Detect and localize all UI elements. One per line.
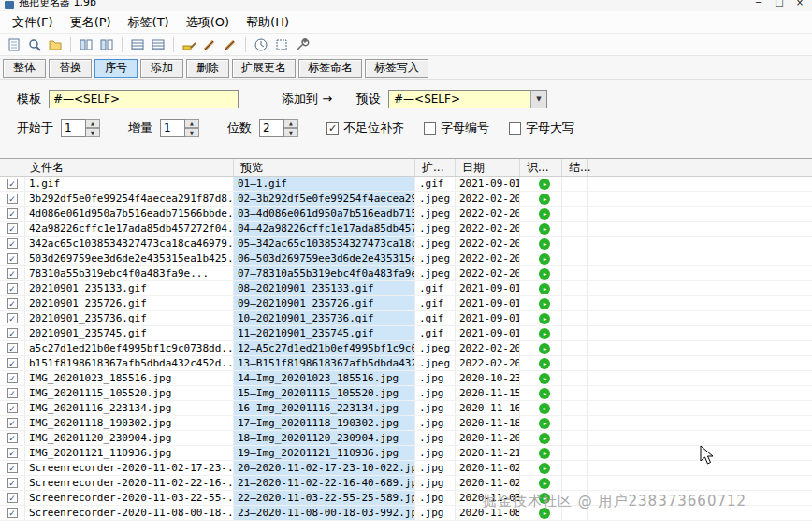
file-ext: .jpg xyxy=(415,491,456,505)
tab-添加[interactable]: 添加 xyxy=(140,59,183,78)
tools-icon[interactable] xyxy=(292,36,312,54)
table-row[interactable]: ✓4d086e061d950a7b516eadb71566bbde...03—4… xyxy=(0,207,812,222)
table-row[interactable]: ✓IMG_20201120_230904.jpg18—Img_20201120_… xyxy=(0,431,812,446)
tab-标签写入[interactable]: 标签写入 xyxy=(365,59,428,78)
row-checkbox[interactable]: ✓ xyxy=(7,388,18,398)
table-row[interactable]: ✓b151f8198618367afb5dbda432c452d...13—B1… xyxy=(0,356,812,371)
table-row[interactable]: ✓42a98226cffc1e17ada85db457272f04...04—4… xyxy=(0,222,812,237)
table-row[interactable]: ✓20210901_235726.gif09—20210901_235726.g… xyxy=(0,296,812,311)
checkbox-icon[interactable] xyxy=(509,122,521,135)
menu-item-2[interactable]: 标签(T) xyxy=(120,11,178,34)
ready-play-icon: ▶ xyxy=(539,253,550,265)
table-row[interactable]: ✓a5c27d1ed21b0ef4995bf1c9c0738dd...12—A5… xyxy=(0,341,812,356)
notepad-icon[interactable] xyxy=(4,36,24,54)
row-checkbox[interactable]: ✓ xyxy=(7,358,18,368)
tab-替换[interactable]: 替换 xyxy=(49,59,92,78)
row-checkbox[interactable]: ✓ xyxy=(7,194,18,204)
spinner-input-2[interactable] xyxy=(259,119,284,137)
table-row[interactable]: ✓IMG_20201023_185516.jpg14—Img_20201023_… xyxy=(0,371,812,386)
spinner-up-icon[interactable]: ▲ xyxy=(284,119,298,128)
folder-icon[interactable] xyxy=(45,36,65,54)
chevron-down-icon[interactable]: ▼ xyxy=(530,91,546,108)
row-checkbox[interactable]: ✓ xyxy=(7,179,18,189)
checkbox-option-0[interactable]: ✓不足位补齐 xyxy=(326,120,404,136)
table-row[interactable]: ✓1.gif01—1.gif.gif2021-09-01▶ xyxy=(0,177,812,192)
row-checkbox[interactable]: ✓ xyxy=(7,493,18,503)
column-header-2[interactable]: 扩... xyxy=(415,159,456,176)
checkbox-option-2[interactable]: 字母大写 xyxy=(509,120,574,136)
maximize-button[interactable]: □ xyxy=(769,0,790,9)
row-checkbox[interactable]: ✓ xyxy=(7,403,18,413)
tab-整体[interactable]: 整体 xyxy=(3,59,46,78)
row-checkbox[interactable]: ✓ xyxy=(7,283,18,294)
search-icon[interactable] xyxy=(24,36,45,54)
table-row[interactable]: ✓20210901_235745.gif11—20210901_235745.g… xyxy=(0,326,812,341)
table-row[interactable]: ✓IMG_20201118_190302.jpg17—Img_20201118_… xyxy=(0,416,812,431)
preset-dropdown[interactable]: #—<SELF> ▼ xyxy=(388,90,547,108)
row-checkbox[interactable]: ✓ xyxy=(7,433,18,443)
tab-序号[interactable]: 序号 xyxy=(94,59,138,78)
history-icon[interactable] xyxy=(251,36,271,54)
row-checkbox[interactable]: ✓ xyxy=(7,298,18,309)
list-view-icon[interactable] xyxy=(127,36,148,54)
spinner-up-icon[interactable]: ▲ xyxy=(185,119,199,128)
spinner-down-icon[interactable]: ▼ xyxy=(185,128,199,137)
add-to-button[interactable]: 添加到 → xyxy=(282,91,332,108)
row-checkbox[interactable]: ✓ xyxy=(7,448,18,458)
row-checkbox[interactable]: ✓ xyxy=(7,208,18,219)
menu-item-1[interactable]: 更名(P) xyxy=(62,11,120,34)
checkbox-icon[interactable] xyxy=(424,122,436,135)
column-header-3[interactable]: 日期 xyxy=(456,159,520,176)
tab-删除[interactable]: 删除 xyxy=(186,59,229,78)
table-row[interactable]: ✓342ac65c1038534327473ca18ca46979...05—3… xyxy=(0,237,812,251)
checkbox-option-1[interactable]: 字母编号 xyxy=(424,120,489,136)
dual-pane-alt-icon[interactable] xyxy=(96,36,117,54)
table-row[interactable]: ✓20210901_235133.gif08—20210901_235133.g… xyxy=(0,281,812,296)
table-row[interactable]: ✓3b292df5e0fe99254f4aecea291f87d8...02—3… xyxy=(0,192,812,207)
table-row[interactable]: ✓20210901_235736.gif10—20210901_235736.g… xyxy=(0,311,812,326)
tab-扩展更名[interactable]: 扩展更名 xyxy=(232,59,296,78)
table-row[interactable]: ✓Screenrecorder-2020-11-02-17-23-...20—2… xyxy=(0,461,812,476)
column-header-4[interactable]: 识... xyxy=(520,159,562,176)
row-checkbox[interactable]: ✓ xyxy=(7,478,18,488)
minimize-button[interactable]: ─ xyxy=(748,0,769,9)
detail-view-icon[interactable] xyxy=(148,36,168,54)
row-checkbox[interactable]: ✓ xyxy=(7,268,18,279)
row-checkbox[interactable]: ✓ xyxy=(7,508,18,518)
row-checkbox[interactable]: ✓ xyxy=(7,373,18,383)
table-row[interactable]: ✓Screenrecorder-2020-11-02-22-16-...21—2… xyxy=(0,476,812,491)
close-button[interactable]: × xyxy=(790,0,810,9)
menu-item-0[interactable]: 文件(F) xyxy=(4,11,62,34)
column-header-5[interactable]: 结... xyxy=(562,159,588,176)
row-checkbox[interactable]: ✓ xyxy=(7,418,18,428)
row-checkbox[interactable]: ✓ xyxy=(7,313,18,323)
spinner-down-icon[interactable]: ▼ xyxy=(86,128,100,137)
spinner-input-1[interactable] xyxy=(160,119,185,137)
table-row[interactable]: ✓IMG_20201121_110936.jpg19—Img_20201121_… xyxy=(0,446,812,461)
row-checkbox[interactable]: ✓ xyxy=(7,343,18,353)
menu-item-3[interactable]: 选项(O) xyxy=(178,11,238,34)
table-row[interactable]: ✓78310a55b319ebc4f0a483fa9e...07—78310a5… xyxy=(0,266,812,281)
menu-item-4[interactable]: 帮助(H) xyxy=(238,11,297,34)
dual-pane-icon[interactable] xyxy=(76,36,96,54)
spinner-down-icon[interactable]: ▼ xyxy=(284,128,298,137)
rename-upper-icon[interactable] xyxy=(199,36,220,54)
row-checkbox[interactable]: ✓ xyxy=(7,253,18,264)
column-header-1[interactable]: 预览 xyxy=(234,159,415,176)
spinner-up-icon[interactable]: ▲ xyxy=(86,119,100,128)
table-row[interactable]: ✓503d269759ee3d6de2e435315ea1b425...06—5… xyxy=(0,251,812,266)
row-checkbox[interactable]: ✓ xyxy=(7,328,18,338)
rename-lower-icon[interactable] xyxy=(220,36,240,54)
eraser-icon[interactable] xyxy=(179,36,199,54)
row-checkbox[interactable]: ✓ xyxy=(7,223,18,234)
spinner-input-0[interactable] xyxy=(61,119,86,137)
column-header-0[interactable]: 文件名 xyxy=(0,159,234,176)
table-row[interactable]: ✓IMG_20201116_223134.jpg16—Img_20201116_… xyxy=(0,401,812,416)
template-input[interactable] xyxy=(49,90,239,108)
row-checkbox[interactable]: ✓ xyxy=(7,238,18,249)
selection-icon[interactable] xyxy=(271,36,292,54)
checkbox-icon[interactable]: ✓ xyxy=(326,122,339,135)
row-checkbox[interactable]: ✓ xyxy=(7,463,18,473)
table-row[interactable]: ✓IMG_20201115_105520.jpg15—Img_20201115_… xyxy=(0,386,812,401)
tab-标签命名[interactable]: 标签命名 xyxy=(298,59,362,78)
